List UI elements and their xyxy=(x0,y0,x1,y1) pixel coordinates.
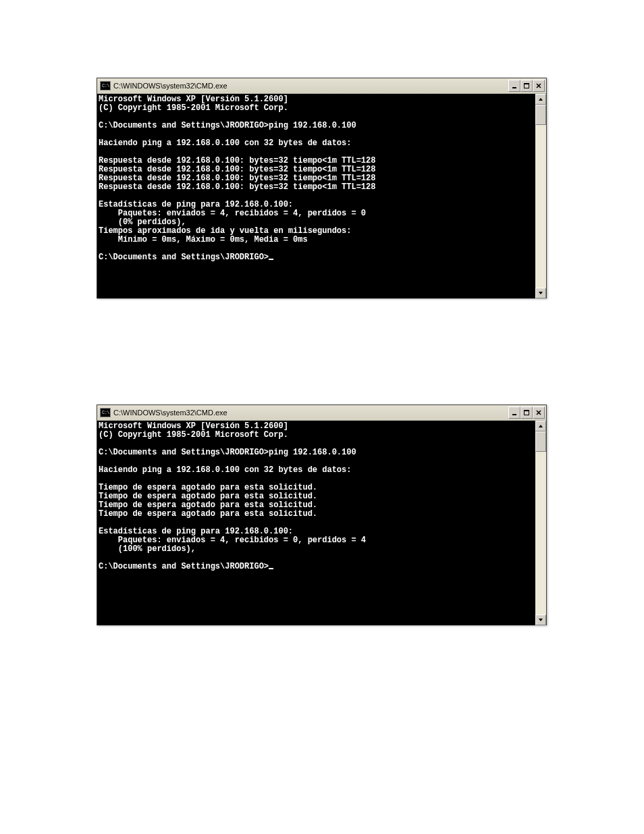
scroll-up-button[interactable] xyxy=(535,421,546,432)
scroll-thumb[interactable] xyxy=(535,105,546,125)
titlebar[interactable]: C:\ C:\WINDOWS\system32\CMD.exe xyxy=(97,405,546,421)
close-button[interactable] xyxy=(533,407,545,419)
console-area: Microsoft Windows XP [Versión 5.1.2600] … xyxy=(97,421,546,625)
scroll-down-button[interactable] xyxy=(535,288,546,298)
svg-rect-5 xyxy=(524,410,529,411)
window-title: C:\WINDOWS\system32\CMD.exe xyxy=(113,409,508,417)
svg-rect-3 xyxy=(512,414,516,415)
console-output[interactable]: Microsoft Windows XP [Versión 5.1.2600] … xyxy=(97,94,535,298)
window-controls xyxy=(508,407,545,419)
window-controls xyxy=(508,80,545,92)
minimize-button[interactable] xyxy=(508,407,520,419)
scroll-up-button[interactable] xyxy=(535,94,546,105)
maximize-button[interactable] xyxy=(520,407,533,419)
scroll-track[interactable] xyxy=(535,432,546,615)
close-button[interactable] xyxy=(533,80,545,92)
scroll-down-button[interactable] xyxy=(535,615,546,625)
svg-rect-2 xyxy=(524,83,529,84)
cmd-icon: C:\ xyxy=(100,81,111,90)
vertical-scrollbar[interactable] xyxy=(535,421,546,625)
maximize-button[interactable] xyxy=(520,80,533,92)
scroll-thumb[interactable] xyxy=(535,432,546,452)
vertical-scrollbar[interactable] xyxy=(535,94,546,298)
console-area: Microsoft Windows XP [Versión 5.1.2600] … xyxy=(97,94,546,298)
scroll-track[interactable] xyxy=(535,105,546,288)
minimize-button[interactable] xyxy=(508,80,520,92)
console-output[interactable]: Microsoft Windows XP [Versión 5.1.2600] … xyxy=(97,421,535,625)
titlebar[interactable]: C:\ C:\WINDOWS\system32\CMD.exe xyxy=(97,78,546,94)
svg-rect-0 xyxy=(512,87,516,88)
window-title: C:\WINDOWS\system32\CMD.exe xyxy=(113,82,508,90)
cmd-icon: C:\ xyxy=(100,408,111,417)
cmd-window-2: C:\ C:\WINDOWS\system32\CMD.exe Microsof… xyxy=(97,405,547,625)
cmd-window-1: C:\ C:\WINDOWS\system32\CMD.exe Microsof… xyxy=(97,78,547,298)
